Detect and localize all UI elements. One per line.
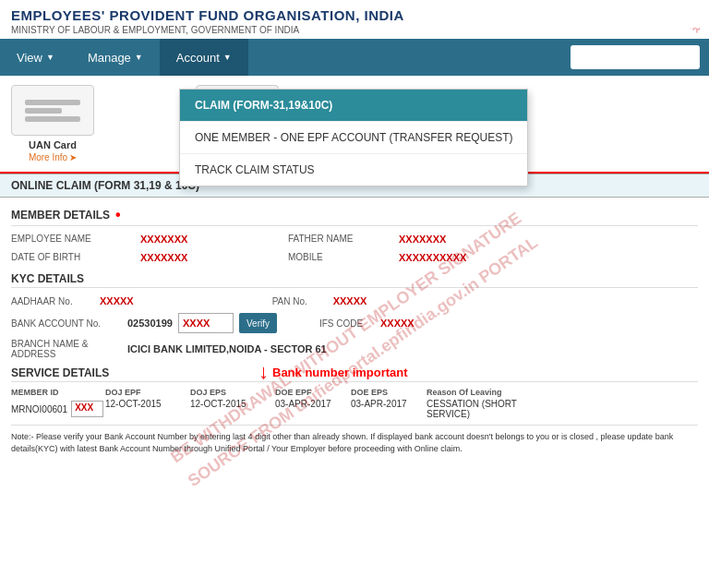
nav-manage[interactable]: Manage ▼ [71, 39, 160, 76]
account-dropdown: CLAIM (FORM-31,19&10C) ONE MEMBER - ONE … [179, 89, 528, 186]
ifsc-value: XXXXX [380, 316, 415, 330]
dob-label: DATE OF BIRTH [11, 250, 140, 265]
doe-epf-value: 03-APR-2017 [275, 399, 349, 419]
reason-value: CESSATION (SHORT SERVICE) [427, 399, 556, 419]
uan-card-box [11, 85, 94, 136]
doj-eps-value: 12-OCT-2015 [190, 399, 273, 419]
aadhaar-value: XXXXX [100, 294, 134, 308]
header: EMPLOYEES' PROVIDENT FUND ORGANISATION, … [0, 0, 709, 39]
bank-prefix: 02530199 [127, 316, 173, 330]
bank-account-label: BANK ACCOUNT No. [11, 318, 122, 329]
col-member-id: MEMBER ID [11, 388, 103, 397]
member-id-row-cell: MRNOI00601 XXX [11, 399, 103, 419]
bottom-note: Note:- Please verify your Bank Account N… [11, 425, 698, 460]
account-arrow-icon: ▼ [223, 53, 232, 62]
bank-account-input[interactable] [178, 313, 234, 333]
member-id-box: XXX [71, 401, 103, 417]
nav-view[interactable]: View ▼ [0, 39, 71, 76]
doe-eps-value: 03-APR-2017 [351, 399, 425, 419]
nav-account[interactable]: Account ▼ [160, 39, 248, 76]
navbar: View ▼ Manage ▼ Account ▼ [0, 39, 709, 76]
service-details-heading: SERVICE DETAILS [11, 366, 698, 382]
employee-name-label: EMPLOYEE NAME [11, 232, 140, 246]
branch-row: BRANCH NAME & ADDRESS ICICI BANK LIMITED… [11, 337, 698, 361]
pan-label: PAN No. [272, 294, 328, 308]
bank-account-row: BANK ACCOUNT No. 02530199 Verify IFS COD… [11, 313, 698, 333]
dob-value: XXXXXXX [140, 250, 288, 265]
dropdown-item-claim[interactable]: CLAIM (FORM-31,19&10C) [180, 90, 527, 122]
moreinfo-arrow-icon: ➤ [69, 152, 77, 162]
col-doj-eps: DOJ EPS [190, 388, 273, 397]
father-name-label: FATHER NAME [288, 232, 399, 246]
aadhaar-label: AADHAAR No. [11, 294, 94, 308]
uan-card-item: UAN Card More Info ➤ [11, 85, 94, 162]
col-reason: Reason Of Leaving [427, 388, 556, 397]
manage-arrow-icon: ▼ [135, 53, 143, 62]
search-input[interactable] [571, 45, 700, 69]
col-doe-eps: DOE EPS [351, 388, 425, 397]
required-indicator: • [115, 207, 121, 223]
uan-moreinfo[interactable]: More Info ➤ [29, 152, 77, 162]
member-id-prefix: MRNOI00601 [11, 404, 67, 414]
employee-name-value: XXXXXXX [140, 232, 288, 246]
branch-label: BRANCH NAME & ADDRESS [11, 337, 122, 361]
mobile-value: XXXXXXXXXX [399, 250, 510, 265]
org-subtitle: MINISTRY OF LABOUR & EMPLOYMENT, GOVERNM… [11, 25, 698, 35]
father-name-value: XXXXXXX [399, 232, 510, 246]
member-details-grid: EMPLOYEE NAME XXXXXXX FATHER NAME XXXXXX… [11, 232, 698, 265]
pan-value: XXXXX [333, 294, 367, 308]
member-details-heading: MEMBER DETAILS • [11, 207, 698, 226]
view-arrow-icon: ▼ [46, 53, 54, 62]
ifsc-label: IFS CODE [319, 317, 375, 330]
dropdown-item-transfer[interactable]: ONE MEMBER - ONE EPF ACCOUNT (TRANSFER R… [180, 122, 527, 154]
org-title: EMPLOYEES' PROVIDENT FUND ORGANISATION, … [11, 7, 698, 23]
col-doj-epf: DOJ EPF [105, 388, 188, 397]
service-details-grid: MEMBER ID DOJ EPF DOJ EPS DOE EPF DOE EP… [11, 388, 698, 419]
uan-card-label: UAN Card [29, 139, 77, 150]
kyc-details-heading: KYC DETAILS [11, 272, 698, 288]
col-doe-epf: DOE EPF [275, 388, 349, 397]
branch-value: ICICI BANK LIMITED,NOIDA - SECTOR 61 [127, 342, 327, 356]
doj-epf-value: 12-OCT-2015 [105, 399, 188, 419]
main-content: MEMBER DETAILS • EMPLOYEE NAME XXXXXXX F… [0, 198, 709, 469]
dropdown-item-track[interactable]: TRACK CLAIM STATUS [180, 154, 527, 186]
mobile-label: MOBILE [288, 250, 399, 265]
verify-button[interactable]: Verify [239, 313, 277, 333]
nav-search-area [561, 39, 709, 76]
